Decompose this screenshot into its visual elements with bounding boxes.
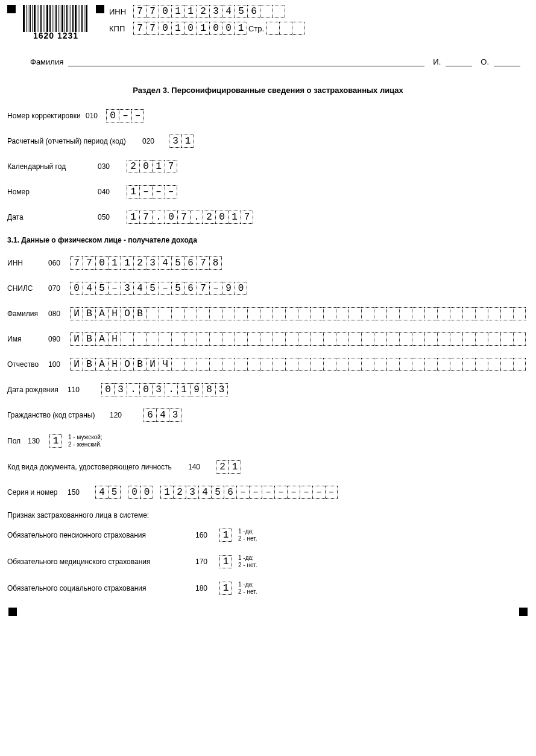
surname-line	[68, 57, 424, 66]
surname-label: Фамилия	[30, 57, 63, 66]
f110-cells: 03.03.1983	[101, 383, 228, 396]
f180-hint: 1 -да; 2 - нет.	[238, 581, 257, 596]
f130-hint: 1 - мужской; 2 - женский.	[68, 434, 102, 448]
f150-label: Серия и номер	[7, 488, 68, 497]
f030-label: Календарный год	[7, 162, 98, 171]
f010-label: Номер корректировки	[7, 112, 86, 120]
f160-code: 160	[195, 531, 219, 539]
f130-cells: 1	[49, 434, 62, 448]
f160-cells: 1	[219, 529, 232, 542]
page-label: Стр.	[248, 24, 264, 33]
f050-code: 050	[98, 213, 127, 221]
f180-label: Обязательного социального страхования	[7, 584, 195, 592]
barcode: 1620 1231	[23, 5, 89, 40]
f080-code: 080	[48, 310, 70, 318]
f040-cells: 1–––	[127, 185, 177, 199]
o-label: О.	[481, 57, 489, 66]
f110-code: 110	[68, 386, 101, 394]
f040-code: 040	[98, 188, 127, 196]
f050-cells: 17.07.2017	[127, 211, 253, 224]
inn-label: ИНН	[109, 7, 130, 16]
f020-cells: 31	[169, 135, 194, 148]
i-line	[446, 57, 472, 66]
f090-code: 090	[48, 335, 70, 343]
f020-label: Расчетный (отчетный) период (код)	[7, 137, 142, 145]
f120-cells: 643	[143, 408, 181, 422]
f070-label: СНИЛС	[7, 284, 48, 293]
f030-code: 030	[98, 162, 127, 171]
f120-label: Гражданство (код страны)	[7, 411, 110, 419]
inn-cells: 7701123456	[133, 5, 285, 18]
f050-label: Дата	[7, 213, 98, 221]
f150-code: 150	[68, 488, 95, 497]
kpp-label: КПП	[109, 24, 130, 33]
o-line	[494, 57, 520, 66]
f020-code: 020	[142, 137, 169, 145]
f070-cells: 045–345–567–90	[70, 282, 247, 295]
f130-label: Пол	[7, 437, 28, 445]
f010-code: 010	[86, 112, 106, 120]
f070-code: 070	[48, 284, 70, 293]
f160-label: Обязательного пенсионного страхования	[7, 531, 195, 539]
kpp-cells: 770101001	[133, 22, 247, 35]
f060-label: ИНН	[7, 259, 48, 267]
f170-cells: 1	[219, 555, 232, 568]
sign-title: Признак застрахованного лица в системе:	[7, 511, 149, 519]
f160-hint: 1 -да; 2 - нет.	[238, 528, 257, 542]
f090-cells: ИВАН	[70, 332, 526, 346]
f150-cells: 4500123456––––––––	[95, 486, 338, 499]
f170-code: 170	[195, 557, 219, 566]
f100-code: 100	[48, 360, 70, 369]
f090-label: Имя	[7, 335, 48, 343]
corner-marker-tr-inner	[96, 5, 104, 13]
f130-code: 130	[28, 437, 49, 445]
f060-cells: 770112345678	[70, 256, 222, 270]
corner-marker-tl	[7, 5, 16, 13]
f030-cells: 2017	[127, 160, 177, 173]
barcode-number: 1620 1231	[23, 31, 89, 40]
f120-code: 120	[110, 411, 143, 419]
f100-cells: ИВАНОВИЧ	[70, 358, 526, 371]
f180-cells: 1	[219, 582, 232, 595]
sub31-heading: 3.1. Данные о физическом лице - получате…	[7, 236, 529, 244]
f060-code: 060	[48, 259, 70, 267]
f170-label: Обязательного медицинского страхования	[7, 557, 195, 566]
f100-label: Отчество	[7, 360, 48, 369]
page-cells	[266, 22, 304, 35]
f010-cells: 0––	[106, 109, 144, 122]
section-title: Раздел 3. Персонифицированные сведения о…	[7, 86, 529, 95]
f180-code: 180	[195, 584, 219, 592]
corner-marker-bl	[8, 608, 17, 616]
f080-label: Фамилия	[7, 310, 48, 318]
f140-label: Код вида документа, удостоверяющего личн…	[7, 463, 188, 471]
f140-cells: 21	[216, 460, 241, 474]
f110-label: Дата рождения	[7, 386, 68, 394]
f170-hint: 1 -да; 2 - нет.	[238, 554, 257, 569]
f140-code: 140	[188, 463, 216, 471]
i-label: И.	[433, 57, 441, 66]
f080-cells: ИВАНОВ	[70, 307, 526, 320]
corner-marker-br	[519, 608, 528, 616]
f040-label: Номер	[7, 188, 98, 196]
